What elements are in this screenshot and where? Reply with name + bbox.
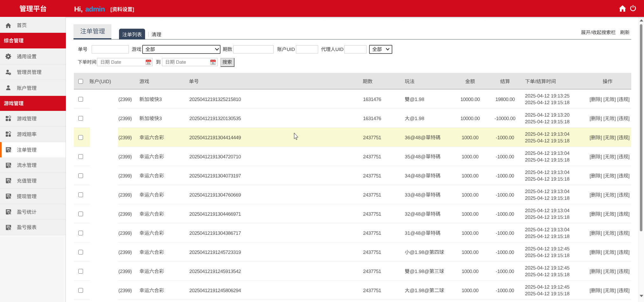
svg-text:31: 31 bbox=[147, 61, 150, 65]
svg-text:31: 31 bbox=[211, 61, 214, 65]
